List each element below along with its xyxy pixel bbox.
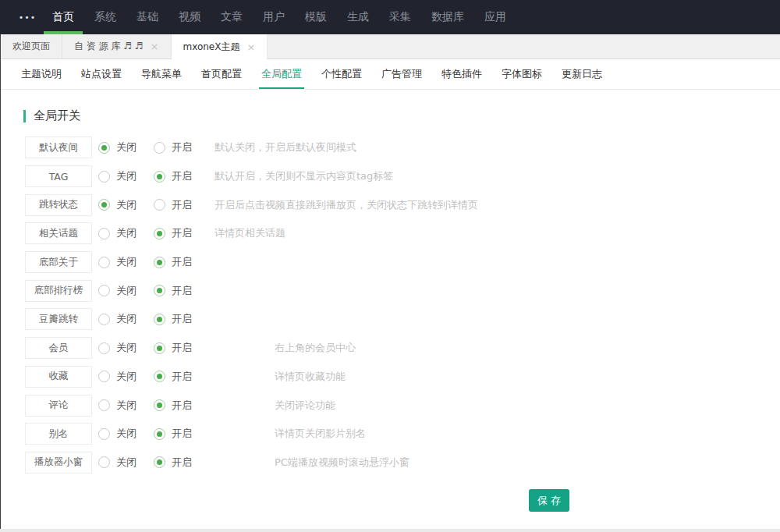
subnav-item[interactable]: 站点设置 [79,59,124,89]
close-icon[interactable]: × [151,41,159,51]
setting-row: 评论 关闭 开启 关闭评论功能 [0,391,780,420]
radio-on-circle-icon [154,199,165,211]
radio-on[interactable]: 开启 [154,198,209,212]
radio-off-circle-icon [98,142,110,154]
setting-row: 豆瓣跳转 关闭 开启 [0,305,780,334]
setting-radio-group: 关闭 开启 [98,198,209,212]
radio-on[interactable]: 开启 [154,284,209,298]
save-button[interactable]: 保 存 [529,489,569,512]
radio-on[interactable]: 开启 [154,427,209,441]
top-nav: ••• 首页系统基础视频文章用户模版生成采集数据库应用 [0,0,780,34]
radio-off[interactable]: 关闭 [98,341,154,355]
radio-on-label: 开启 [172,456,192,470]
nav-item[interactable]: 系统 [84,0,126,34]
radio-on[interactable]: 开启 [154,399,209,413]
radio-on[interactable]: 开启 [154,140,209,154]
radio-off-circle-icon [98,371,110,382]
subnav-item[interactable]: 个性配置 [319,59,364,89]
nav-item[interactable]: 采集 [379,0,421,34]
radio-off-circle-icon [98,314,110,325]
radio-on[interactable]: 开启 [154,370,209,384]
horizontal-scrollbar[interactable] [0,529,780,532]
setting-label: 豆瓣跳转 [25,308,92,330]
nav-item[interactable]: 文章 [211,0,253,34]
setting-label: 别名 [25,423,92,445]
radio-off[interactable]: 关闭 [98,399,154,413]
nav-item[interactable]: 视频 [168,0,211,34]
radio-on-label: 开启 [172,312,192,326]
radio-off[interactable]: 关闭 [98,312,154,326]
radio-on-circle-icon [154,171,165,183]
window-tab[interactable]: 欢迎页面 [1,34,62,59]
radio-off-label: 关闭 [116,341,136,355]
radio-off-circle-icon [98,228,110,239]
radio-off[interactable]: 关闭 [98,140,154,154]
radio-on-label: 开启 [172,198,192,212]
subnav-item[interactable]: 更新日志 [559,59,604,89]
radio-on[interactable]: 开启 [154,169,209,183]
radio-on[interactable]: 开启 [154,255,209,269]
subnav-item[interactable]: 广告管理 [379,59,424,89]
radio-on-circle-icon [154,228,165,239]
radio-off-circle-icon [98,285,110,296]
section-title: 全局开关 [23,108,780,123]
radio-on-circle-icon [154,399,165,411]
radio-on[interactable]: 开启 [154,456,209,470]
radio-off-label: 关闭 [116,140,136,154]
radio-off[interactable]: 关闭 [98,255,154,269]
subnav-item[interactable]: 全局配置 [259,59,304,89]
nav-item[interactable]: 模版 [295,0,337,34]
radio-off[interactable]: 关闭 [98,370,154,384]
subnav-item[interactable]: 字体图标 [499,59,544,89]
setting-radio-group: 关闭 开启 [98,427,209,441]
radio-off-circle-icon [98,342,110,354]
radio-off-label: 关闭 [116,169,136,183]
radio-off[interactable]: 关闭 [98,198,154,212]
radio-off-label: 关闭 [116,226,136,240]
nav-item[interactable]: 数据库 [421,0,474,34]
radio-on-circle-icon [154,314,165,325]
nav-item[interactable]: 用户 [253,0,295,34]
nav-item[interactable]: 基础 [126,0,168,34]
more-menu-icon[interactable]: ••• [12,0,42,34]
radio-on[interactable]: 开启 [154,312,209,326]
settings-list: 默认夜间 关闭 开启 默认关闭，开启后默认夜间模式 TAG 关闭 开启 默 [0,133,780,477]
close-icon[interactable]: × [246,42,255,52]
radio-off-circle-icon [98,257,110,268]
window-tab[interactable]: 自 资 源 库 ♬ ♬× [62,34,172,59]
nav-item[interactable]: 生成 [337,0,379,34]
setting-radio-group: 关闭 开启 [98,140,209,154]
radio-off[interactable]: 关闭 [98,427,154,441]
theme-settings-nav: 主题说明站点设置导航菜单首页配置全局配置个性配置广告管理特色插件字体图标更新日志 [0,59,780,90]
radio-on[interactable]: 开启 [154,341,209,355]
radio-off[interactable]: 关闭 [98,456,154,470]
nav-item[interactable]: 应用 [474,0,516,34]
radio-on-circle-icon [154,428,165,440]
radio-on-circle-icon [154,142,165,154]
radio-on[interactable]: 开启 [154,226,209,240]
window-tab[interactable]: mxoneX主题× [172,34,268,59]
setting-label: 跳转状态 [25,194,92,216]
radio-on-circle-icon [154,371,165,382]
setting-label: 相关话题 [25,222,92,244]
subnav-item[interactable]: 首页配置 [199,59,244,89]
setting-radio-group: 关闭 开启 [98,370,209,384]
setting-label: 底部关于 [25,251,92,273]
radio-on-circle-icon [154,342,165,354]
subnav-item[interactable]: 导航菜单 [139,59,184,89]
subnav-item[interactable]: 特色插件 [439,59,484,89]
radio-on-label: 开启 [172,399,192,413]
setting-row: 跳转状态 关闭 开启 开启后点击视频直接跳到播放页，关闭状态下跳转到详情页 [0,190,780,219]
setting-row: 默认夜间 关闭 开启 默认关闭，开启后默认夜间模式 [0,133,780,162]
radio-off[interactable]: 关闭 [98,284,154,298]
radio-on-circle-icon [154,285,165,296]
radio-off[interactable]: 关闭 [98,169,154,183]
setting-row: 相关话题 关闭 开启 详情页相关话题 [0,219,780,248]
radio-on-label: 开启 [172,284,192,298]
radio-off-circle-icon [98,456,110,468]
radio-off[interactable]: 关闭 [98,226,154,240]
radio-off-circle-icon [98,171,110,183]
radio-off-circle-icon [98,199,110,211]
subnav-item[interactable]: 主题说明 [19,59,64,89]
nav-item[interactable]: 首页 [42,0,84,34]
